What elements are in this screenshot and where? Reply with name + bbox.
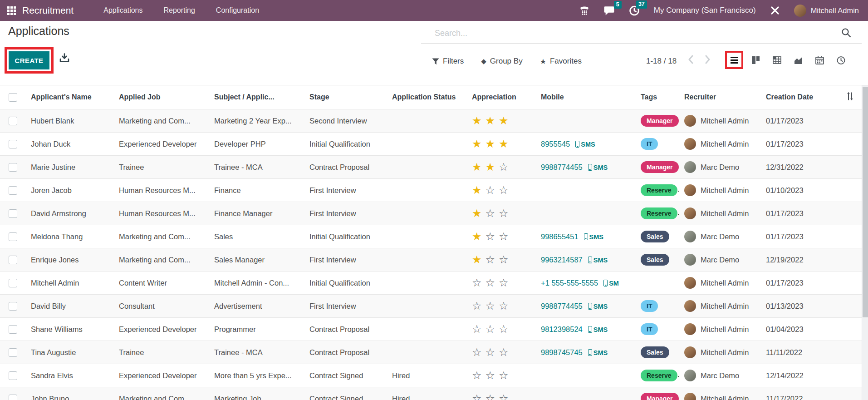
table-row[interactable]: Mitchell AdminContent WriterMitchell Adm… bbox=[0, 271, 862, 294]
column-header-subject-applic[interactable]: Subject / Applic... bbox=[209, 93, 304, 101]
table-row[interactable]: Meldona ThangMarketing and Com...SalesIn… bbox=[0, 225, 862, 248]
menu-reporting[interactable]: Reporting bbox=[163, 6, 195, 15]
star-empty-icon[interactable]: ☆ bbox=[499, 184, 512, 196]
row-checkbox[interactable] bbox=[9, 348, 17, 357]
table-row[interactable]: David ArmstrongHuman Resources M...Finan… bbox=[0, 202, 862, 225]
row-checkbox[interactable] bbox=[9, 209, 17, 218]
table-row[interactable]: Shane WilliamsExperienced DeveloperProgr… bbox=[0, 317, 862, 341]
column-header-applicant-s-name[interactable]: Applicant's Name bbox=[25, 93, 113, 101]
star-empty-icon[interactable]: ☆ bbox=[485, 300, 499, 312]
create-button[interactable]: CREATE bbox=[9, 51, 49, 69]
sms-link[interactable]: SMS bbox=[593, 349, 608, 356]
company-switcher[interactable]: My Company (San Francisco) bbox=[654, 6, 756, 15]
favorites-button[interactable]: ★ Favorites bbox=[540, 57, 582, 66]
star-filled-icon[interactable]: ★ bbox=[485, 138, 499, 150]
row-checkbox[interactable] bbox=[9, 302, 17, 311]
row-checkbox[interactable] bbox=[9, 163, 17, 172]
table-row[interactable]: Tina AugustieTraineeTrainee - MCAContrac… bbox=[0, 341, 862, 364]
group-by-button[interactable]: ◆ Group By bbox=[481, 57, 522, 66]
row-checkbox[interactable] bbox=[9, 140, 17, 148]
search-icon[interactable] bbox=[841, 27, 852, 40]
star-empty-icon[interactable]: ☆ bbox=[499, 369, 512, 381]
voip-phone-icon[interactable] bbox=[579, 5, 590, 16]
mobile-link[interactable]: 9988774455 bbox=[541, 163, 583, 171]
star-empty-icon[interactable]: ☆ bbox=[499, 207, 512, 219]
star-empty-icon[interactable]: ☆ bbox=[485, 346, 499, 358]
star-empty-icon[interactable]: ☆ bbox=[472, 277, 485, 289]
star-empty-icon[interactable]: ☆ bbox=[499, 323, 512, 335]
column-header-mobile[interactable]: Mobile bbox=[535, 93, 635, 101]
table-row[interactable]: David BillyConsultantAdvertisementFirst … bbox=[0, 294, 862, 317]
apps-grid-icon[interactable] bbox=[7, 6, 16, 15]
star-empty-icon[interactable]: ☆ bbox=[485, 230, 499, 242]
mobile-link[interactable]: 8955545 bbox=[541, 140, 570, 148]
sms-link[interactable]: SMS bbox=[589, 233, 603, 241]
star-filled-icon[interactable]: ★ bbox=[472, 253, 485, 266]
user-menu[interactable]: Mitchell Admin bbox=[794, 5, 859, 17]
pager-previous-icon[interactable] bbox=[686, 54, 696, 67]
column-header-stage[interactable]: Stage bbox=[304, 93, 387, 101]
mobile-link[interactable]: 9812398524 bbox=[541, 325, 583, 333]
sms-link[interactable]: SMS bbox=[593, 164, 608, 171]
optional-columns-icon[interactable] bbox=[845, 91, 855, 103]
sms-link[interactable]: SMS bbox=[593, 257, 608, 264]
sms-link[interactable]: SMS bbox=[593, 303, 608, 310]
row-checkbox[interactable] bbox=[9, 256, 17, 264]
star-filled-icon[interactable]: ★ bbox=[472, 138, 485, 150]
table-row[interactable]: Joren JacobHuman Resources M...FinanceFi… bbox=[0, 178, 862, 202]
star-filled-icon[interactable]: ★ bbox=[472, 184, 485, 196]
row-checkbox[interactable] bbox=[9, 186, 17, 195]
table-row[interactable]: Marie JustineTraineeTrainee - MCAContrac… bbox=[0, 155, 862, 178]
star-empty-icon[interactable]: ☆ bbox=[472, 300, 485, 312]
column-header-appreciation[interactable]: Appreciation bbox=[466, 93, 535, 101]
table-row[interactable]: Hubert BlankMarketing and Com...Marketin… bbox=[0, 109, 862, 132]
star-empty-icon[interactable]: ☆ bbox=[485, 277, 499, 289]
star-empty-icon[interactable]: ☆ bbox=[499, 300, 512, 312]
mobile-link[interactable]: 9898745745 bbox=[541, 348, 583, 356]
table-row[interactable]: Sandra ElvisExperienced DeveloperMore th… bbox=[0, 364, 862, 387]
sms-link[interactable]: SMS bbox=[593, 326, 608, 333]
star-empty-icon[interactable]: ☆ bbox=[499, 277, 512, 289]
star-empty-icon[interactable]: ☆ bbox=[472, 392, 485, 400]
export-icon[interactable] bbox=[59, 53, 70, 65]
row-checkbox[interactable] bbox=[9, 371, 17, 380]
activity-view-button[interactable] bbox=[832, 51, 850, 69]
star-empty-icon[interactable]: ☆ bbox=[499, 230, 512, 242]
mobile-link[interactable]: 9963214587 bbox=[541, 256, 583, 264]
mobile-link[interactable]: +1 555-555-5555 bbox=[541, 279, 598, 287]
star-empty-icon[interactable]: ☆ bbox=[499, 161, 512, 173]
star-empty-icon[interactable]: ☆ bbox=[485, 392, 499, 400]
pivot-view-button[interactable] bbox=[768, 51, 786, 69]
debug-tools-icon[interactable] bbox=[770, 5, 780, 16]
star-empty-icon[interactable]: ☆ bbox=[485, 184, 499, 196]
star-filled-icon[interactable]: ★ bbox=[472, 161, 485, 173]
star-empty-icon[interactable]: ☆ bbox=[485, 253, 499, 266]
row-checkbox[interactable] bbox=[9, 395, 17, 400]
messages-icon[interactable]: 5 bbox=[603, 5, 615, 16]
star-filled-icon[interactable]: ★ bbox=[485, 114, 499, 127]
row-checkbox[interactable] bbox=[9, 279, 17, 287]
table-row[interactable]: Enrique JonesMarketing and Com...Sales M… bbox=[0, 248, 862, 271]
column-header-applied-job[interactable]: Applied Job bbox=[113, 93, 209, 101]
kanban-view-button[interactable] bbox=[746, 51, 765, 69]
star-filled-icon[interactable]: ★ bbox=[499, 114, 512, 127]
column-header-tags[interactable]: Tags bbox=[635, 93, 679, 101]
scrollbar-thumb[interactable] bbox=[863, 87, 868, 317]
table-row[interactable]: John BrunoMarketing and Com...Marketing … bbox=[0, 387, 862, 400]
star-empty-icon[interactable]: ☆ bbox=[485, 323, 499, 335]
star-empty-icon[interactable]: ☆ bbox=[499, 392, 512, 400]
column-header-application-status[interactable]: Application Status bbox=[387, 93, 466, 101]
menu-configuration[interactable]: Configuration bbox=[216, 6, 259, 15]
column-header-recruiter[interactable]: Recruiter bbox=[679, 93, 760, 101]
star-filled-icon[interactable]: ★ bbox=[472, 114, 485, 127]
star-filled-icon[interactable]: ★ bbox=[499, 138, 512, 150]
mobile-link[interactable]: 9988774455 bbox=[541, 302, 583, 310]
star-empty-icon[interactable]: ☆ bbox=[485, 207, 499, 219]
list-view-button[interactable] bbox=[725, 51, 743, 69]
star-empty-icon[interactable]: ☆ bbox=[485, 369, 499, 381]
pager-next-icon[interactable] bbox=[702, 54, 712, 67]
sms-link[interactable]: SMS bbox=[581, 141, 595, 148]
star-filled-icon[interactable]: ★ bbox=[485, 161, 499, 173]
filters-button[interactable]: Filters bbox=[432, 57, 464, 66]
sms-link[interactable]: SM bbox=[609, 280, 619, 287]
